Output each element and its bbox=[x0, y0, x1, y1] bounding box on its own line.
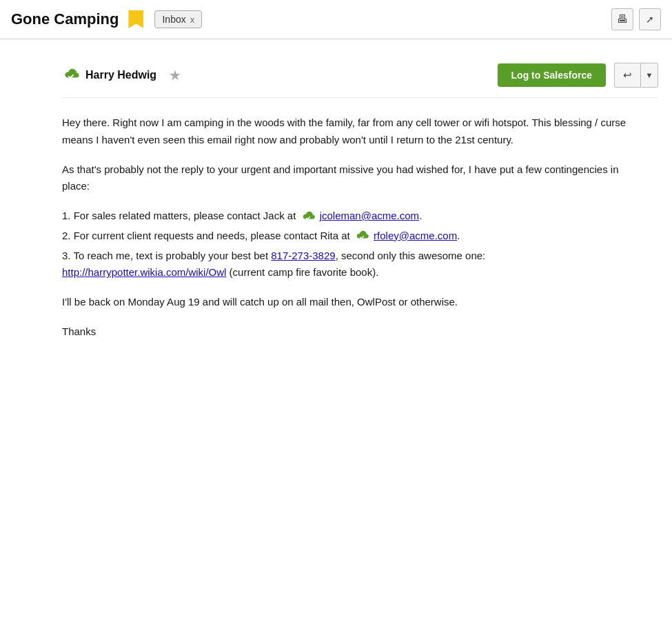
item1-post: . bbox=[419, 210, 422, 221]
print-icon: 🖶 bbox=[617, 13, 628, 26]
item3-post: (current camp fire favorite book). bbox=[230, 266, 379, 278]
expand-icon: ➚ bbox=[646, 14, 654, 25]
list-item-3: 3. To reach me, text is probably your be… bbox=[62, 248, 627, 282]
item3-text-pre: 3. To reach me, text is probably your be… bbox=[62, 250, 268, 261]
list-item-2: 2. For current client requests and needs… bbox=[62, 228, 627, 245]
inbox-tab-close-btn[interactable]: x bbox=[190, 15, 195, 24]
reply-dropdown-btn[interactable]: ▼ bbox=[640, 63, 658, 88]
sender-info: Harry Hedwig ★ bbox=[62, 67, 489, 83]
email-para-1: Hey there. Right now I am camping in the… bbox=[62, 114, 627, 149]
bookmark-icon bbox=[128, 10, 143, 28]
reply-group: ↩ ▼ bbox=[614, 63, 658, 88]
item2-text-pre: 2. For current client requests and needs… bbox=[62, 230, 350, 241]
item3-wiki-link[interactable]: http://harrypotter.wikia.com/wiki/Owl bbox=[62, 266, 226, 278]
item2-cloud-icon bbox=[354, 230, 369, 242]
email-para-4: Thanks bbox=[62, 323, 627, 341]
chevron-down-icon: ▼ bbox=[646, 71, 653, 79]
sender-name: Harry Hedwig bbox=[85, 69, 156, 81]
star-btn[interactable]: ★ bbox=[169, 67, 181, 83]
email-body: Hey there. Right now I am camping in the… bbox=[62, 114, 627, 341]
title-bar-actions: 🖶 ➚ bbox=[611, 8, 661, 30]
item1-email-link[interactable]: jcoleman@acme.com bbox=[320, 210, 419, 221]
list-item-1: 1. For sales related matters, please con… bbox=[62, 208, 627, 225]
expand-btn[interactable]: ➚ bbox=[639, 8, 661, 30]
app-title: Gone Camping bbox=[11, 10, 119, 28]
inbox-tab[interactable]: Inbox x bbox=[154, 10, 202, 28]
title-bar: Gone Camping Inbox x 🖶 ➚ bbox=[0, 0, 672, 39]
item2-post: . bbox=[457, 230, 460, 241]
email-para-3: I'll be back on Monday Aug 19 and will c… bbox=[62, 294, 627, 311]
print-btn[interactable]: 🖶 bbox=[611, 8, 633, 30]
numbered-list: 1. For sales related matters, please con… bbox=[62, 208, 627, 281]
reply-btn[interactable]: ↩ bbox=[614, 63, 640, 88]
item3-mid: , second only this awesome one: bbox=[336, 250, 486, 261]
email-container: Harry Hedwig ★ Log to Salesforce ↩ ▼ Hey… bbox=[0, 39, 672, 367]
sender-cloud-icon bbox=[62, 68, 80, 82]
item1-cloud-icon bbox=[301, 211, 316, 223]
reply-icon: ↩ bbox=[623, 69, 632, 81]
log-salesforce-btn[interactable]: Log to Salesforce bbox=[498, 63, 606, 87]
item3-phone-link[interactable]: 817-273-3829 bbox=[271, 250, 335, 261]
email-para-2: As that's probably not the reply to your… bbox=[62, 161, 627, 196]
inbox-tab-label: Inbox bbox=[162, 14, 185, 25]
sender-row: Harry Hedwig ★ Log to Salesforce ↩ ▼ bbox=[62, 53, 658, 98]
item1-text-pre: 1. For sales related matters, please con… bbox=[62, 210, 296, 221]
item2-email-link[interactable]: rfoley@acme.com bbox=[374, 230, 457, 241]
